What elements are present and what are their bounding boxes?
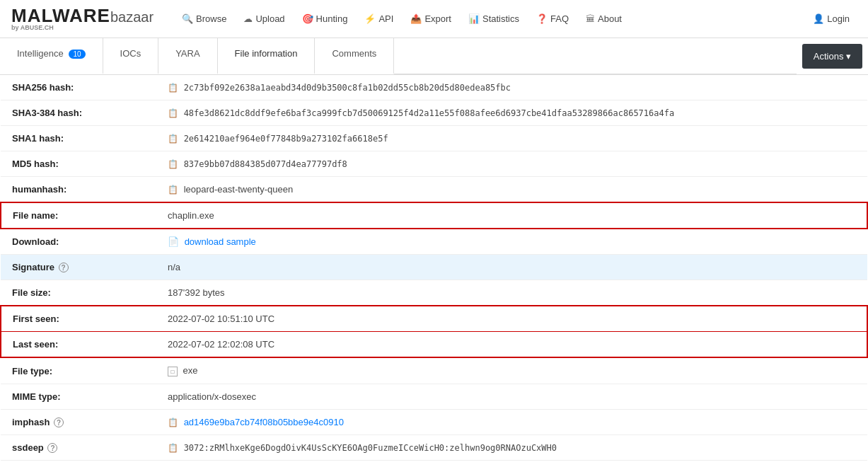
- copy-sha3-icon[interactable]: 📋: [168, 108, 178, 118]
- row-sha3: SHA3-384 hash: 📋 48fe3d8621dc8ddf9efe6ba…: [1, 100, 867, 126]
- row-humanhash: humanhash: 📋 leopard-east-twenty-queen: [1, 177, 867, 203]
- nav-browse-label: Browse: [196, 13, 226, 24]
- signature-help-icon[interactable]: ?: [59, 263, 69, 272]
- value-mimetype: application/x-dosexec: [156, 384, 867, 410]
- ssdeep-value: 3072:zRMlhxeKge6DogdOivK4UsScKYE6OAg0Fuz…: [184, 443, 557, 453]
- brand-bazaar: bazaar: [110, 9, 154, 25]
- cloud-icon: ☁: [243, 13, 253, 24]
- copy-sha256-icon[interactable]: 📋: [168, 83, 178, 93]
- label-mimetype: MIME type:: [1, 384, 156, 410]
- row-sha1: SHA1 hash: 📋 2e614210aef964e0f77848b9a27…: [1, 126, 867, 151]
- label-sha3: SHA3-384 hash:: [1, 100, 156, 126]
- label-filetype: File type:: [1, 357, 156, 384]
- nav-api-label: API: [378, 13, 393, 24]
- stats-icon: 📊: [468, 13, 480, 24]
- humanhash-value: leopard-east-twenty-queen: [184, 184, 294, 195]
- nav-upload-label: Upload: [255, 13, 284, 24]
- row-mimetype: MIME type: application/x-dosexec: [1, 384, 867, 410]
- label-sha1: SHA1 hash:: [1, 126, 156, 151]
- label-sha256: SHA256 hash:: [1, 75, 156, 100]
- download-file-icon: 📄: [168, 236, 179, 247]
- about-icon: 🏛: [586, 13, 595, 24]
- file-info-table: SHA256 hash: 📋 2c73bf092e2638a1aeabd34d0…: [0, 75, 868, 461]
- value-firstseen: 2022-07-02 10:51:10 UTC: [156, 306, 867, 332]
- nav-browse[interactable]: 🔍Browse: [175, 9, 233, 28]
- row-imphash: imphash ? 📋 ad1469e9ba7cb74f08b05bbe9e4c…: [1, 410, 867, 435]
- brand-abuse: by ABUSE.CH: [11, 25, 154, 31]
- tab-iocs[interactable]: IOCs: [103, 38, 159, 74]
- tab-yara[interactable]: YARA: [158, 38, 217, 74]
- actions-button[interactable]: Actions ▾: [802, 44, 862, 69]
- faq-icon: ❓: [536, 13, 548, 24]
- copy-ssdeep-icon[interactable]: 📋: [168, 443, 178, 453]
- copy-imphash-icon[interactable]: 📋: [168, 418, 178, 427]
- search-icon: 🔍: [182, 13, 193, 24]
- nav-export[interactable]: 📤Export: [403, 9, 458, 28]
- value-sha3: 📋 48fe3d8621dc8ddf9efe6baf3ca999fcb7d500…: [156, 100, 867, 126]
- nav-export-label: Export: [424, 13, 451, 24]
- actions-button-label: Actions ▾: [814, 51, 851, 62]
- sha3-hash: 48fe3d8621dc8ddf9efe6baf3ca999fcb7d50069…: [184, 108, 675, 118]
- imphash-link[interactable]: ad1469e9ba7cb74f08b05bbe9e4c0910: [184, 417, 344, 427]
- value-humanhash: 📋 leopard-east-twenty-queen: [156, 177, 867, 203]
- row-filesize: File size: 187'392 bytes: [1, 280, 867, 306]
- row-sha256: SHA256 hash: 📋 2c73bf092e2638a1aeabd34d0…: [1, 75, 867, 100]
- export-icon: 📤: [410, 13, 422, 24]
- imphash-help-icon[interactable]: ?: [54, 418, 64, 427]
- tab-comments-label: Comments: [332, 48, 376, 59]
- copy-sha1-icon[interactable]: 📋: [168, 134, 178, 144]
- nav-login-label: Login: [827, 13, 850, 24]
- download-link[interactable]: download sample: [185, 236, 256, 247]
- copy-humanhash-icon[interactable]: 📋: [168, 185, 178, 195]
- tabs-spacer: [394, 38, 796, 74]
- nav-login[interactable]: 👤Login: [806, 9, 857, 28]
- nav-api[interactable]: ⚡API: [357, 9, 400, 28]
- nav-hunting[interactable]: 🎯Hunting: [295, 9, 355, 28]
- nav-about[interactable]: 🏛About: [579, 9, 629, 28]
- label-imphash: imphash ?: [1, 410, 156, 435]
- md5-hash: 837e9bb07d884385d077d4ea77797df8: [184, 159, 347, 169]
- hunting-icon: 🎯: [302, 13, 313, 24]
- nav-statistics-label: Statistics: [482, 13, 519, 24]
- tab-yara-label: YARA: [175, 48, 199, 59]
- nav-about-label: About: [598, 13, 622, 24]
- tab-comments[interactable]: Comments: [315, 38, 394, 74]
- label-lastseen: Last seen:: [1, 332, 156, 358]
- tab-intelligence-label: Intelligence: [17, 48, 64, 59]
- label-md5: MD5 hash:: [1, 151, 156, 177]
- navbar: MALWAREbazaar by ABUSE.CH 🔍Browse ☁Uploa…: [0, 0, 868, 38]
- row-signature: Signature ? n/a: [1, 255, 867, 280]
- row-lastseen: Last seen: 2022-07-02 12:02:08 UTC: [1, 332, 867, 358]
- api-icon: ⚡: [364, 13, 376, 24]
- value-ssdeep: 📋 3072:zRMlhxeKge6DogdOivK4UsScKYE6OAg0F…: [156, 435, 867, 461]
- nav-hunting-label: Hunting: [316, 13, 348, 24]
- value-sha1: 📋 2e614210aef964e0f77848b9a273102fa6618e…: [156, 126, 867, 151]
- nav-upload[interactable]: ☁Upload: [236, 9, 291, 28]
- value-filesize: 187'392 bytes: [156, 280, 867, 306]
- tab-intelligence[interactable]: Intelligence 10: [0, 38, 103, 74]
- value-sha256: 📋 2c73bf092e2638a1aeabd34d0d9b3500c8fa1b…: [156, 75, 867, 100]
- sha256-hash: 2c73bf092e2638a1aeabd34d0d9b3500c8fa1b02…: [184, 83, 511, 93]
- brand-malware: MALWARE: [11, 5, 110, 26]
- label-humanhash: humanhash:: [1, 177, 156, 203]
- tab-iocs-label: IOCs: [120, 48, 141, 59]
- label-ssdeep: ssdeep ?: [1, 435, 156, 461]
- value-signature: n/a: [156, 255, 867, 280]
- sha1-hash: 2e614210aef964e0f77848b9a273102fa6618e5f: [184, 134, 388, 144]
- tab-file-information-label: File information: [235, 48, 298, 59]
- nav-faq[interactable]: ❓FAQ: [529, 9, 576, 28]
- row-filename: File name: chaplin.exe: [1, 202, 867, 229]
- copy-md5-icon[interactable]: 📋: [168, 159, 178, 169]
- label-signature: Signature ?: [1, 255, 156, 280]
- value-filetype: □ exe: [156, 357, 867, 384]
- tab-file-information[interactable]: File information: [218, 38, 316, 74]
- exe-file-icon: □: [168, 367, 178, 376]
- file-info-content: SHA256 hash: 📋 2c73bf092e2638a1aeabd34d0…: [0, 75, 868, 461]
- user-icon: 👤: [813, 13, 824, 24]
- value-md5: 📋 837e9bb07d884385d077d4ea77797df8: [156, 151, 867, 177]
- label-download: Download:: [1, 229, 156, 255]
- nav-statistics[interactable]: 📊Statistics: [461, 9, 526, 28]
- label-firstseen: First seen:: [1, 306, 156, 332]
- ssdeep-help-icon[interactable]: ?: [47, 443, 57, 453]
- label-filename: File name:: [1, 202, 156, 229]
